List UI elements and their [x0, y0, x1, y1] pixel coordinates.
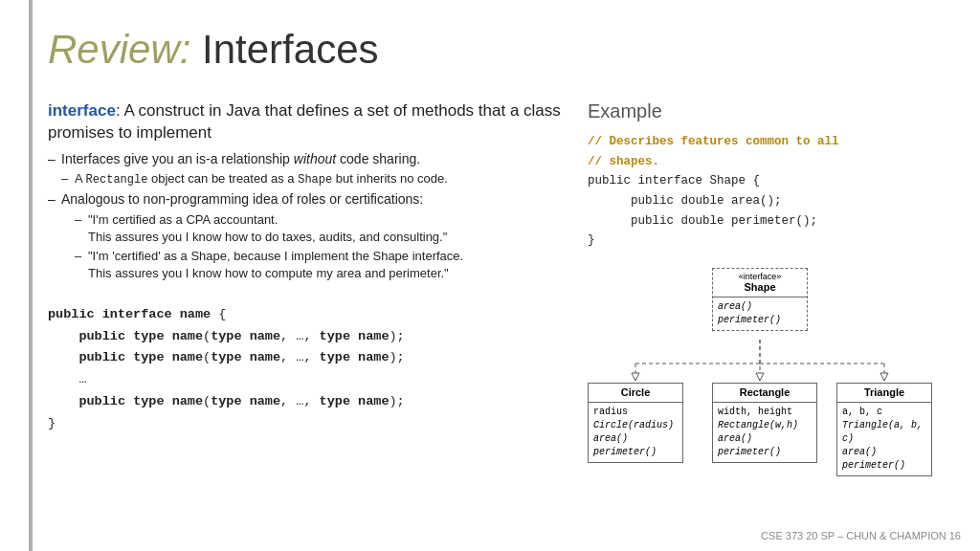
- list-item: "I'm 'certified' as a Shape, because I i…: [48, 248, 593, 282]
- list-item: A Rectangle object can be treated as a S…: [48, 170, 593, 188]
- left-bar: [29, 0, 33, 551]
- interface-name: Shape: [744, 281, 775, 293]
- uml-circle-body: radius Circle(radius)area()perimeter(): [589, 403, 682, 462]
- uml-circle-header: Circle: [589, 384, 682, 403]
- uml-triangle-box: Triangle a, b, c Triangle(a, b, c)area()…: [836, 383, 932, 476]
- uml-rectangle-body: width, height Rectangle(w,h)area()perime…: [713, 403, 816, 462]
- uml-interface-header: «interface» Shape: [713, 269, 807, 298]
- definition-term: interface: [48, 101, 116, 120]
- list-item: Interfaces give you an is‑a relationship…: [48, 150, 593, 169]
- uml-triangle-header: Triangle: [837, 384, 931, 403]
- uml-rectangle-box: Rectangle width, height Rectangle(w,h)ar…: [712, 383, 817, 463]
- list-item: Analogous to non‑programming idea of rol…: [48, 190, 593, 209]
- uml-interface-box: «interface» Shape area()perimeter(): [712, 268, 808, 331]
- list-item: "I'm certified as a CPA accountant.This …: [48, 211, 593, 246]
- circle-name: Circle: [621, 386, 651, 398]
- page-title: Review: Interfaces: [48, 27, 379, 73]
- rectangle-name: Rectangle: [740, 386, 791, 398]
- code-line: public type name(type name, …, type name…: [48, 347, 593, 369]
- uml-triangle-body: a, b, c Triangle(a, b, c)area()perimeter…: [837, 403, 931, 475]
- svg-marker-6: [632, 373, 639, 381]
- uml-circle-box: Circle radius Circle(radius)area()perime…: [588, 383, 683, 463]
- code-line: public double area();: [588, 191, 961, 211]
- svg-marker-8: [880, 373, 888, 381]
- comment-line: // Describes features common to all: [588, 132, 961, 152]
- code-line: …: [48, 369, 593, 391]
- right-panel: Example // Describes features common to …: [588, 100, 961, 478]
- example-title: Example: [588, 100, 961, 122]
- code-line: public double perimeter();: [588, 211, 961, 231]
- code-block-main: public interface name { public type name…: [48, 304, 593, 436]
- title-regular: Interfaces: [190, 27, 378, 72]
- definition-text: interface: A construct in Java that defi…: [48, 100, 593, 144]
- left-panel: interface: A construct in Java that defi…: [48, 100, 593, 435]
- code-line: }: [48, 413, 593, 435]
- slide-content: Review: Interfaces interface: A construc…: [48, 0, 980, 551]
- code-line: public interface Shape {: [588, 171, 961, 191]
- comment-line: // shapes.: [588, 152, 961, 172]
- uml-interface-body: area()perimeter(): [713, 298, 807, 330]
- uml-rectangle-header: Rectangle: [713, 384, 816, 403]
- bullet-list: Interfaces give you an is‑a relationship…: [48, 150, 593, 283]
- code-line: }: [588, 231, 961, 251]
- svg-marker-7: [756, 373, 764, 381]
- triangle-name: Triangle: [864, 386, 904, 398]
- title-italic: Review:: [48, 27, 190, 72]
- footer: CSE 373 20 SP – CHUN & CHAMPION 16: [761, 530, 961, 541]
- code-line: public type name(type name, …, type name…: [48, 391, 593, 413]
- code-example: // Describes features common to all // s…: [588, 132, 961, 251]
- uml-diagram: «interface» Shape area()perimeter() Circ…: [588, 268, 942, 478]
- stereotype-label: «interface»: [718, 272, 802, 281]
- code-line: public type name(type name, …, type name…: [48, 326, 593, 348]
- definition-body: : A construct in Java that defines a set…: [48, 101, 561, 142]
- code-line: public interface name {: [48, 304, 593, 326]
